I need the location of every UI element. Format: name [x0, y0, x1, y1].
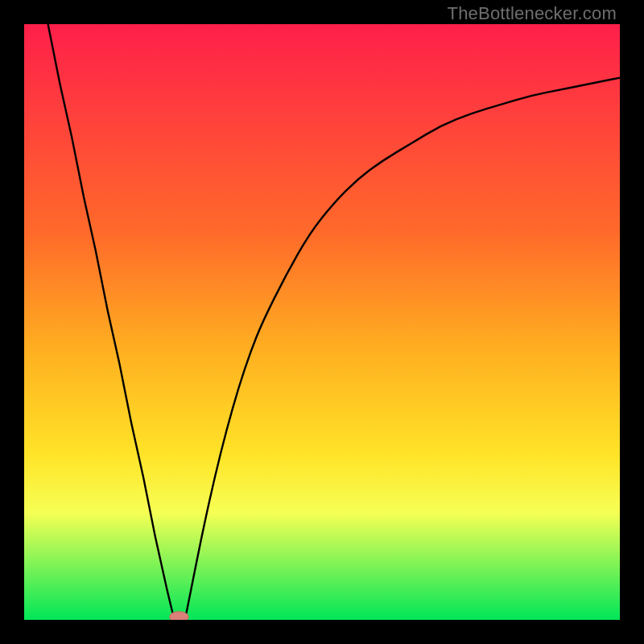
gradient-background — [24, 24, 620, 620]
bottleneck-chart — [24, 24, 620, 620]
minimum-marker — [170, 612, 189, 620]
chart-frame — [24, 24, 620, 620]
watermark-text: TheBottlenecker.com — [448, 3, 617, 24]
